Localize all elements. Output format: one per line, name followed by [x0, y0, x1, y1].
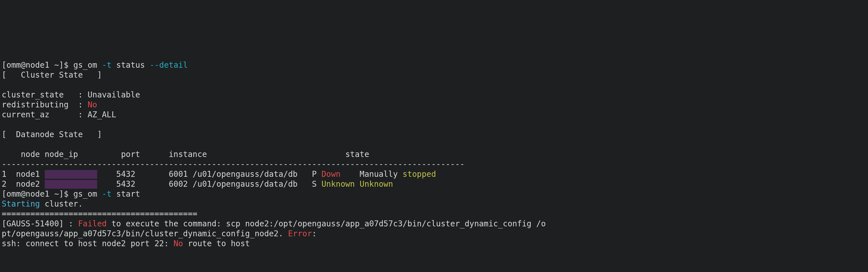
no-word: No [174, 239, 183, 248]
ssh-text: ssh: connect to host node2 port 22: [2, 239, 174, 248]
node1-state-down: Down [321, 170, 340, 179]
equals-divider: ========================================… [2, 209, 197, 218]
error-text-2: pt/opengauss/app_a07d57c3/bin/cluster_dy… [2, 229, 288, 238]
node1-stopped: stopped [403, 170, 436, 179]
error-line-1: [GAUSS-51400] : Failed to execute the co… [2, 219, 546, 229]
node1-id: 1 node1 [2, 170, 45, 179]
table-row-node1: 1 node1 5432 6001 /u01/opengauss/data/db… [2, 170, 436, 179]
cluster-state-value: Unavailable [88, 90, 140, 99]
prompt-line-1: [omm@node1 ~]$ gs_om -t status --detail [2, 60, 188, 70]
node2-unknown2: Unknown [360, 179, 393, 189]
prompt: [omm@node1 ~]$ [2, 60, 73, 70]
error-line-2: pt/opengauss/app_a07d57c3/bin/cluster_dy… [2, 229, 317, 238]
cluster-state-header: [ Cluster State ] [2, 70, 102, 80]
error-text-1: to execute the command: scp node2:/opt/o… [107, 219, 546, 229]
starting-word: Starting [2, 199, 40, 209]
current-az-label: current_az : [2, 110, 88, 119]
flag-t: -t [102, 60, 112, 70]
cluster-state-label: cluster_state : [2, 90, 88, 99]
command-gs-om: gs_om [73, 189, 102, 199]
space [355, 179, 360, 189]
node2-id: 2 node2 [2, 179, 45, 189]
redistributing-label: redistributing : [2, 100, 88, 109]
node1-details: 5432 6001 /u01/opengauss/data/db P [97, 170, 321, 179]
arg-start: start [112, 189, 140, 199]
cluster-state-line: cluster_state : Unavailable [2, 90, 140, 99]
table-divider: ----------------------------------------… [2, 159, 465, 169]
node2-ip-redacted [45, 180, 97, 189]
flag-t: -t [102, 189, 112, 199]
error-colon: : [312, 229, 317, 238]
terminal-output: [omm@node1 ~]$ gs_om -t status --detail … [0, 50, 868, 249]
datanode-state-header: [ Datanode State ] [2, 130, 102, 139]
node1-manually: Manually [341, 170, 403, 179]
node2-state-unknown: Unknown [321, 179, 355, 189]
node2-details: 5432 6002 /u01/opengauss/data/db S [97, 179, 321, 189]
error-word: Error [288, 229, 312, 238]
flag-detail: --detail [150, 60, 188, 70]
redistributing-value: No [88, 100, 97, 109]
redistributing-line: redistributing : No [2, 100, 97, 109]
current-az-value: AZ_ALL [88, 110, 116, 119]
node1-ip-redacted [45, 170, 97, 179]
table-header: node node_ip port instance state [2, 150, 369, 159]
command-gs-om: gs_om [73, 60, 102, 70]
route-text: route to host [183, 239, 250, 248]
gauss-code: [GAUSS-51400] : [2, 219, 78, 229]
arg-status: status [112, 60, 150, 70]
error-line-3: ssh: connect to host node2 port 22: No r… [2, 239, 250, 248]
current-az-line: current_az : AZ_ALL [2, 110, 116, 119]
cluster-word: cluster. [40, 199, 83, 209]
starting-cluster-line: Starting cluster. [2, 199, 83, 209]
table-row-node2: 2 node2 5432 6002 /u01/opengauss/data/db… [2, 179, 393, 189]
prompt: [omm@node1 ~]$ [2, 189, 73, 199]
prompt-line-2: [omm@node1 ~]$ gs_om -t start [2, 189, 140, 199]
failed-word: Failed [78, 219, 107, 229]
